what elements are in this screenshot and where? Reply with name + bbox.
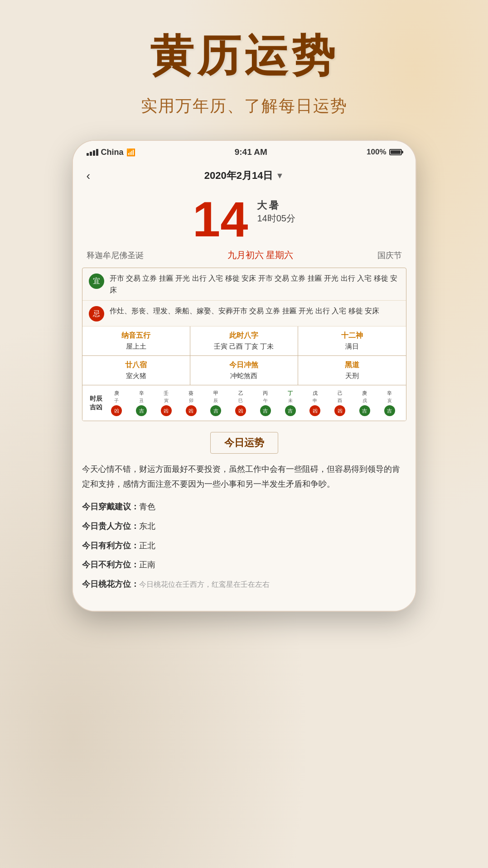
date-holiday: 国庆节 xyxy=(377,250,402,261)
battery-percent: 100% xyxy=(367,148,386,157)
luck-items: 今日穿戴建议：青色今日贵人方位：东北今日有利方位：正北今日不利方位：正南今日桃花… xyxy=(82,500,406,591)
time-item: 辛 亥 吉 xyxy=(378,390,401,416)
time-item: 丙 午 吉 xyxy=(254,390,277,416)
time-row-label: 时辰吉凶 xyxy=(87,394,105,412)
time-item: 庚 子 凶 xyxy=(105,390,129,416)
calendar-table: 宜 开市 交易 立券 挂匾 开光 出行 入宅 移徙 安床 开市 交易 立券 挂匾… xyxy=(82,268,406,421)
time-badge: 凶 xyxy=(334,405,345,416)
time-item: 壬 寅 凶 xyxy=(155,390,178,416)
yi-row: 宜 开市 交易 立券 挂匾 开光 出行 入宅 移徙 安床 开市 交易 立券 挂匾… xyxy=(82,268,406,301)
app-content: ‹ 2020年2月14日 ▼ 14 大 暑 14时05分 xyxy=(73,162,416,611)
solar-term-big: 大 xyxy=(257,199,267,212)
time-item: 乙 巳 凶 xyxy=(229,390,252,416)
date-time: 14时05分 xyxy=(257,212,295,225)
luck-item-value: 正北 xyxy=(139,541,155,550)
info-cell-label: 纳音五行 xyxy=(89,331,184,340)
info-cell: 此时八字 壬寅 己酉 丁亥 丁未 xyxy=(190,326,298,356)
time-item-name: 辛 xyxy=(139,390,144,397)
time-item-sub: 申 xyxy=(313,398,317,404)
luck-item-value: 东北 xyxy=(139,522,155,531)
time-badge: 吉 xyxy=(136,405,147,416)
luck-item: 今日贵人方位：东北 xyxy=(82,520,406,533)
time-item-name: 丁 xyxy=(288,390,293,397)
luck-item-label: 今日桃花方位： xyxy=(82,580,139,589)
luck-text: 今天心情不错，财运方面最好不要投资，虽然工作中会有一些阻碍，但容易得到领导的肯定… xyxy=(82,462,406,491)
carrier-label: China xyxy=(101,148,124,157)
phone-mockup: China 📶 9:41 AM 100% ‹ 2020年2月14日 ▼ xyxy=(72,140,416,612)
ji-text: 作灶、形丧、理发、乘船、嫁娶、安葬开市 交易 立券 挂匾 开光 出行 入宅 移徙… xyxy=(110,305,380,317)
info-cell-label: 此时八字 xyxy=(197,331,291,340)
wifi-icon: 📶 xyxy=(126,148,135,157)
time-item: 丁 未 吉 xyxy=(279,390,302,416)
info-cell-value: 天刑 xyxy=(304,372,400,380)
time-item-name: 戊 xyxy=(313,390,318,397)
time-badge: 吉 xyxy=(384,405,395,416)
time-row: 时辰吉凶 庚 子 凶 辛 丑 吉 壬 寅 凶 葵 卯 凶 甲 辰 吉 乙 巳 凶… xyxy=(87,390,401,416)
luck-section: 今日运势 今天心情不错，财运方面最好不要投资，虽然工作中会有一些阻碍，但容易得到… xyxy=(82,432,406,591)
dropdown-icon[interactable]: ▼ xyxy=(275,171,284,181)
nav-bar: ‹ 2020年2月14日 ▼ xyxy=(73,162,416,190)
status-time: 9:41 AM xyxy=(235,147,267,157)
info-cell: 黑道 天刑 xyxy=(298,356,406,385)
luck-title: 今日运势 xyxy=(210,432,278,454)
ji-badge: 忌 xyxy=(89,306,104,321)
info-cell: 纳音五行 屋上土 xyxy=(82,326,190,356)
time-item-sub: 午 xyxy=(263,398,268,404)
time-badge: 凶 xyxy=(235,405,246,416)
time-badge: 吉 xyxy=(210,405,221,416)
nav-date-label: 2020年2月14日 xyxy=(204,169,273,182)
time-item-sub: 卯 xyxy=(189,398,193,404)
time-item-sub: 戌 xyxy=(362,398,367,404)
time-item: 庚 戌 吉 xyxy=(353,390,377,416)
info-cell-label: 黑道 xyxy=(304,360,400,370)
yi-text: 开市 交易 立券 挂匾 开光 出行 入宅 移徙 安床 开市 交易 立券 挂匾 开… xyxy=(110,273,400,296)
status-bar: China 📶 9:41 AM 100% xyxy=(73,141,416,162)
luck-item-label: 今日不利方位： xyxy=(82,560,139,569)
date-sub-row: 释迦牟尼佛圣诞 九月初六 星期六 国庆节 xyxy=(73,246,416,268)
signal-icon xyxy=(87,149,98,156)
status-left: China 📶 xyxy=(87,148,135,157)
info-cell: 今日冲煞 冲蛇煞西 xyxy=(190,356,298,385)
time-item-sub: 巳 xyxy=(238,398,243,404)
back-button[interactable]: ‹ xyxy=(87,169,91,183)
time-item-sub: 亥 xyxy=(387,398,392,404)
time-item: 甲 辰 吉 xyxy=(204,390,228,416)
time-item-sub: 子 xyxy=(114,398,119,404)
time-item-name: 乙 xyxy=(238,390,243,397)
luck-item: 今日有利方位：正北 xyxy=(82,539,406,552)
date-lunar: 九月初六 星期六 xyxy=(227,249,294,261)
info-cell-value: 满日 xyxy=(304,342,400,351)
time-badge: 吉 xyxy=(359,405,370,416)
time-item-sub: 未 xyxy=(288,398,293,404)
time-item-name: 庚 xyxy=(114,390,119,397)
time-badge: 凶 xyxy=(161,405,172,416)
time-badge: 凶 xyxy=(111,405,122,416)
luck-item-value: 正南 xyxy=(139,560,155,569)
info-cell-label: 今日冲煞 xyxy=(197,360,291,370)
info-cell-value: 屋上土 xyxy=(89,342,184,351)
time-item-name: 壬 xyxy=(164,390,169,397)
luck-item: 今日穿戴建议：青色 xyxy=(82,500,406,513)
info-cell-value: 壬寅 己酉 丁亥 丁未 xyxy=(197,342,291,351)
time-badge: 凶 xyxy=(309,405,320,416)
luck-item-value: 青色 xyxy=(139,502,155,511)
battery-icon xyxy=(389,149,402,155)
time-item-name: 丙 xyxy=(263,390,268,397)
time-badge: 吉 xyxy=(285,405,296,416)
time-items: 庚 子 凶 辛 丑 吉 壬 寅 凶 葵 卯 凶 甲 辰 吉 乙 巳 凶 丙 午 … xyxy=(105,390,401,416)
luck-item: 今日桃花方位：今日桃花位在壬西方，红鸾星在壬在左右 xyxy=(82,578,406,591)
page-title: 黄历运势 xyxy=(150,27,338,86)
time-item: 葵 卯 凶 xyxy=(179,390,203,416)
info-cell: 十二神 满日 xyxy=(298,326,406,356)
solar-term-small: 暑 xyxy=(269,199,279,212)
time-item-name: 己 xyxy=(338,390,343,397)
time-item-sub: 寅 xyxy=(164,398,169,404)
time-item-name: 庚 xyxy=(362,390,367,397)
status-right: 100% xyxy=(367,148,401,157)
page-subtitle: 实用万年历、了解每日运势 xyxy=(141,95,348,117)
time-item-sub: 酉 xyxy=(338,398,342,404)
info-cell-label: 十二神 xyxy=(304,331,400,340)
time-badge: 凶 xyxy=(186,405,197,416)
date-number: 14 xyxy=(193,194,248,244)
info-cell: 廿八宿 室火猪 xyxy=(82,356,190,385)
